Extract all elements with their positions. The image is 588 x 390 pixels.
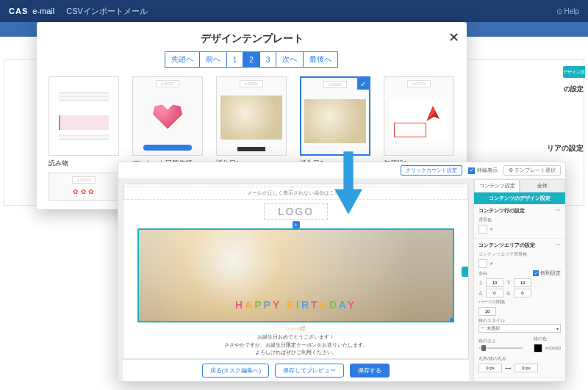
template-thumb[interactable]: LOGO — [384, 76, 454, 156]
tab-content[interactable]: コンテンツ設定 — [474, 179, 520, 192]
brand: CAS — [9, 7, 28, 15]
side-handle[interactable] — [462, 267, 469, 277]
logo-chip: LOGO — [323, 81, 346, 88]
editor-toolbar: クリックカウント設定 ✓枠線表示 ⚙ テンプレート選択 — [118, 162, 565, 179]
design-sidebar: コンテンツ設定 全体 コンテンツのデザイン設定 コンテンツ行の設定﹀ 背景色 #… — [473, 179, 565, 381]
close-icon[interactable]: ✕ — [448, 29, 459, 46]
check-icon: ✓ — [357, 78, 369, 90]
pager-3[interactable]: 3 — [259, 51, 277, 68]
chevron-down-icon: ▾ — [556, 326, 559, 331]
template-thumb[interactable] — [49, 76, 119, 156]
help-link[interactable]: ⊙ Help — [556, 7, 579, 15]
pager-1[interactable]: 1 — [226, 51, 244, 68]
hero-image-block[interactable]: HAPPY BIRTHDAY — [137, 228, 454, 322]
label-margin: 余白 — [478, 270, 487, 277]
label-gap: パーツの間隔 — [478, 299, 561, 306]
label-area-bg: コンテンツエリア背景色 — [478, 251, 561, 258]
gear-icon: ⚙ — [509, 167, 513, 173]
back-button[interactable]: 戻る(タスク編集へ) — [202, 364, 269, 378]
editor-footer: 戻る(タスク編集へ) 保存してプレビュー 保存する — [123, 359, 469, 381]
pager-next[interactable]: 次へ — [276, 51, 304, 68]
logo-placeholder[interactable]: LOGO — [264, 203, 328, 220]
brand-sub: e-mail — [32, 7, 54, 15]
click-count-button[interactable]: クリックカウント設定 — [401, 165, 462, 176]
page-title: CSVインポートメール — [66, 6, 148, 17]
template-item[interactable]: LOGO アンケート回答依頼 — [132, 76, 203, 168]
editor-panel: クリックカウント設定 ✓枠線表示 ⚙ テンプレート選択 メールが正しく表示されな… — [118, 162, 566, 382]
recipient-placeholder[interactable]: ○○○○様 — [286, 325, 306, 333]
template-thumb[interactable]: LOGO — [132, 76, 203, 156]
template-thumb[interactable]: ✓ LOGO — [300, 76, 370, 156]
line-style-select[interactable]: ー 未選択▾ — [478, 324, 561, 333]
app-header: CAS e-mail CSVインポートメール ⊙ Help — [0, 0, 588, 22]
margin-top-input[interactable] — [486, 278, 503, 287]
template-select-button[interactable]: ⚙ テンプレート選択 — [503, 165, 561, 176]
margin-right-input[interactable] — [514, 289, 531, 297]
canvas-area: メールが正しく表示されない場合はこちら LOGO + HAPPY BIRTHDA… — [118, 179, 473, 381]
label-bgcolor: 背景色 — [478, 217, 561, 223]
collapse-icon[interactable]: ﹀ — [556, 207, 561, 214]
margin-bottom-input[interactable] — [514, 278, 531, 287]
add-handle[interactable]: + — [293, 221, 300, 228]
pager-first[interactable]: 先頭へ — [165, 51, 200, 68]
check-icon: ✓ — [468, 167, 475, 174]
template-item[interactable]: LOGO 年賀状1 — [384, 76, 454, 168]
template-thumb[interactable]: LOGO — [216, 76, 287, 156]
pager-2[interactable]: 2 — [243, 51, 260, 68]
tab-overall[interactable]: 全体 — [520, 179, 565, 192]
label-line-color: 線の色 — [534, 336, 561, 342]
pager-prev[interactable]: 前へ — [199, 51, 227, 68]
section-area-title: コンテンツエリアの設定 — [478, 242, 535, 249]
radius-input-2[interactable] — [514, 364, 538, 372]
collapse-icon[interactable]: ﹀ — [556, 242, 561, 249]
pager: 先頭へ 前へ 1 2 3 次へ 最後へ — [49, 51, 455, 68]
logo-chip: LOGO — [407, 80, 430, 87]
thickness-slider[interactable] — [478, 347, 523, 349]
email-canvas[interactable]: メールが正しく表示されない場合はこちら LOGO + HAPPY BIRTHDA… — [123, 184, 469, 359]
margin-individual-toggle[interactable]: ✓個別設定 — [533, 270, 561, 277]
preview-button[interactable]: 保存してプレビュー — [275, 364, 344, 378]
resize-handle[interactable] — [450, 318, 454, 322]
hero-image: HAPPY BIRTHDAY — [139, 230, 453, 321]
bg-label-1: の設定 — [564, 84, 584, 94]
margin-left-input[interactable] — [486, 289, 503, 297]
template-thumb[interactable]: LOGO✿ ✿ ✿ — [49, 173, 119, 201]
template-item-selected[interactable]: ✓ LOGO 誕生日2 — [300, 76, 370, 168]
radius-input[interactable] — [478, 364, 502, 372]
hero-text: HAPPY BIRTHDAY — [235, 299, 356, 311]
grid-toggle[interactable]: ✓枠線表示 — [468, 167, 498, 174]
template-item[interactable]: 読み物 — [49, 76, 119, 168]
view-online-link[interactable]: メールが正しく表示されない場合はこちら — [123, 187, 468, 200]
gap-input[interactable] — [478, 307, 496, 316]
section-row-title: コンテンツ行の設定 — [478, 207, 525, 214]
logo-chip: LOGO — [72, 176, 95, 184]
color-swatch[interactable] — [534, 344, 542, 353]
save-button[interactable]: 保存する — [350, 364, 390, 378]
modal-title: デザインテンプレート — [49, 32, 455, 46]
color-swatch[interactable] — [478, 225, 487, 234]
sidebar-banner: コンテンツのデザイン設定 — [474, 192, 565, 204]
label-line-thick: 線の太さ — [478, 338, 523, 344]
template-item[interactable]: LOGO 誕生日1 — [216, 76, 287, 168]
template-caption: 読み物 — [49, 159, 119, 168]
color-swatch[interactable] — [478, 259, 487, 268]
logo-chip: LOGO — [240, 80, 262, 87]
heart-icon — [149, 100, 186, 132]
bg-design-tab[interactable]: デザイン設 — [563, 66, 585, 78]
body-text[interactable]: お誕生日おめでとうございます！ ささやかですが、お誕生日限定クーポンをお送りいた… — [224, 333, 368, 357]
label-round: 丸角/線の丸み — [478, 355, 561, 362]
logo-chip: LOGO — [156, 80, 179, 87]
bg-label-2: リアの設定 — [547, 143, 584, 154]
pager-last[interactable]: 最後へ — [303, 51, 338, 68]
label-line-style: 線のスタイル — [478, 317, 561, 324]
template-grid: 読み物 LOGO アンケート回答依頼 LOGO 誕生日1 ✓ LOGO — [49, 76, 455, 168]
